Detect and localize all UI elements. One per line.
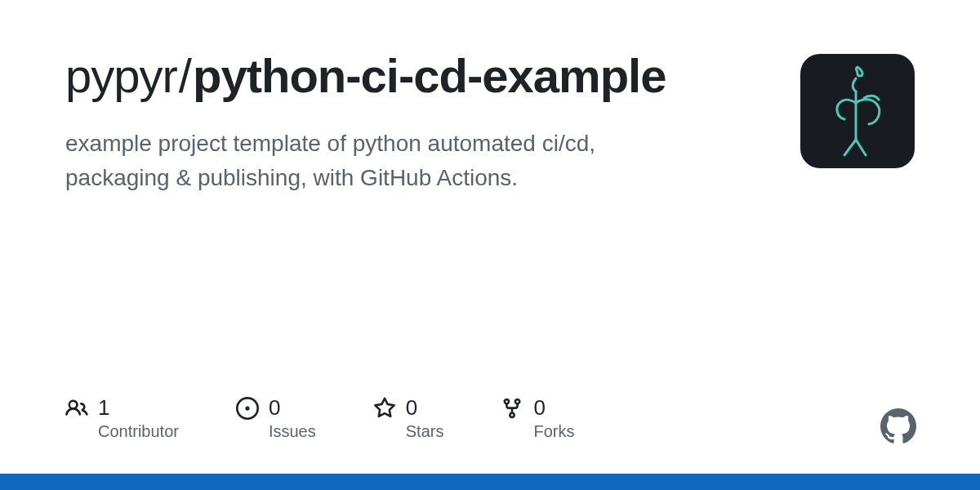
- people-icon: [65, 397, 88, 420]
- stat-stars[interactable]: 0 Stars: [373, 395, 444, 441]
- repo-name-part-2[interactable]: ci: [361, 49, 399, 102]
- repo-title: pypyr/python-ci-cd-example: [65, 49, 686, 104]
- contributors-value: 1: [98, 395, 179, 421]
- contributors-label: Contributor: [98, 422, 179, 441]
- stars-label: Stars: [406, 422, 444, 441]
- accent-bar: [0, 474, 980, 490]
- repo-name-part-4[interactable]: cd: [413, 49, 467, 102]
- stat-contributors[interactable]: 1 Contributor: [65, 395, 179, 441]
- repo-name-part-6[interactable]: example: [482, 49, 666, 102]
- slash-separator: /: [179, 49, 191, 102]
- star-icon: [373, 397, 396, 420]
- repo-owner[interactable]: pypyr: [65, 49, 177, 102]
- issue-icon: [236, 397, 259, 420]
- fork-icon: [501, 397, 523, 420]
- stat-forks[interactable]: 0 Forks: [501, 395, 574, 441]
- github-logo-icon[interactable]: [880, 408, 916, 444]
- repo-name-part-3: -: [399, 49, 413, 102]
- stars-value: 0: [406, 395, 444, 421]
- repo-name-part-5: -: [467, 49, 482, 102]
- pypyr-logo-icon: [817, 62, 898, 160]
- stats-row: 1 Contributor 0 Issues 0 Stars 0 Forks: [65, 395, 574, 441]
- issues-label: Issues: [269, 422, 316, 441]
- repo-name-part-0[interactable]: python: [193, 49, 345, 102]
- avatar[interactable]: [800, 54, 915, 168]
- repo-name-part-1: -: [345, 49, 360, 102]
- issues-value: 0: [269, 395, 316, 421]
- forks-label: Forks: [533, 422, 574, 441]
- repo-description: example project template of python autom…: [65, 127, 653, 195]
- stat-issues[interactable]: 0 Issues: [236, 395, 316, 441]
- forks-value: 0: [533, 395, 574, 421]
